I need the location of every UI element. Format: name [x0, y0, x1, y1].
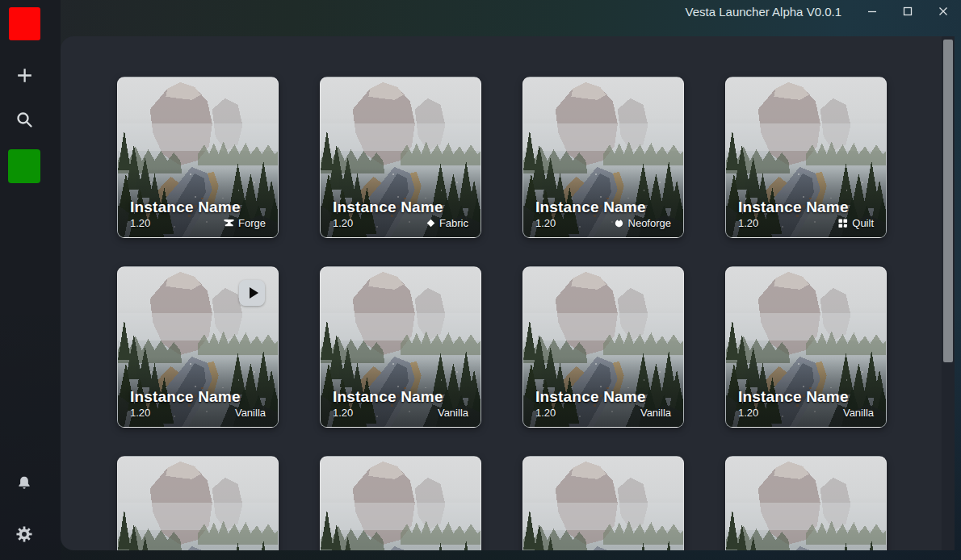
instance-card[interactable] — [320, 456, 481, 550]
close-button[interactable] — [925, 0, 961, 24]
instance-loader: Vanilla — [843, 407, 874, 419]
maximize-icon — [903, 5, 913, 19]
instance-loader: Forge — [224, 217, 266, 229]
instance-version: 1.20 — [738, 217, 758, 229]
minimize-button[interactable] — [854, 0, 890, 24]
instance-version: 1.20 — [130, 407, 150, 419]
instance-meta: Instance Name 1.20 Vanilla — [118, 388, 278, 427]
play-icon — [250, 287, 258, 299]
gear-icon — [15, 525, 33, 546]
instance-meta: Instance Name 1.20 Fabric — [321, 199, 480, 237]
minimize-icon — [867, 5, 877, 19]
instance-loader: Fabric — [426, 217, 468, 229]
settings-button[interactable] — [7, 519, 41, 553]
fabric-diamond-icon — [426, 219, 435, 228]
loader-label: Forge — [238, 217, 266, 229]
loader-label: Vanilla — [640, 407, 671, 419]
green-square-instance-button[interactable] — [8, 149, 40, 183]
instance-thumbnail — [118, 457, 278, 550]
window-title: Vesta Launcher Alpha V0.0.1 — [686, 0, 841, 24]
instance-card[interactable]: Instance Name 1.20 Vanilla — [117, 266, 279, 428]
titlebar: Vesta Launcher Alpha V0.0.1 — [61, 0, 961, 24]
instance-version: 1.20 — [535, 407, 556, 419]
window-controls — [854, 0, 961, 24]
maximize-button[interactable] — [890, 0, 925, 24]
sidebar-rail — [0, 0, 61, 560]
loader-label: Fabric — [439, 217, 468, 229]
loader-label: Neoforge — [628, 217, 671, 229]
instance-card[interactable]: Instance Name 1.20 Vanilla — [522, 266, 684, 428]
instances-panel: Instance Name 1.20 Forge Instance Name — [61, 36, 955, 550]
instance-card[interactable]: Instance Name 1.20 Vanilla — [320, 266, 481, 428]
instance-meta: Instance Name 1.20 Vanilla — [726, 388, 886, 427]
forge-anvil-icon — [224, 219, 234, 228]
plus-icon — [15, 65, 35, 89]
instance-card[interactable] — [522, 456, 684, 550]
search-button[interactable] — [7, 104, 41, 138]
instance-loader: Vanilla — [640, 407, 671, 419]
instance-loader: Neoforge — [614, 217, 671, 229]
instance-name: Instance Name — [738, 199, 874, 216]
instance-name: Instance Name — [333, 388, 468, 406]
close-icon — [938, 5, 948, 19]
instance-card[interactable]: Instance Name 1.20 Vanilla — [725, 266, 887, 428]
instance-version: 1.20 — [333, 217, 353, 229]
instance-meta: Instance Name 1.20 Neoforge — [523, 199, 683, 237]
scrollbar-thumb[interactable] — [943, 40, 953, 362]
instance-name: Instance Name — [333, 199, 468, 216]
loader-label: Vanilla — [438, 407, 468, 419]
loader-label: Quilt — [852, 217, 874, 229]
instance-version: 1.20 — [535, 217, 556, 229]
app-logo-red-square — [9, 7, 40, 40]
instance-grid: Instance Name 1.20 Forge Instance Name — [117, 77, 887, 550]
add-instance-button[interactable] — [7, 60, 41, 94]
instance-name: Instance Name — [130, 388, 266, 406]
instance-meta: Instance Name 1.20 Vanilla — [321, 388, 480, 427]
instance-name: Instance Name — [738, 388, 874, 406]
instance-card[interactable]: Instance Name 1.20 Forge — [117, 77, 279, 238]
instance-thumbnail — [523, 457, 683, 550]
instance-meta: Instance Name 1.20 Forge — [118, 199, 278, 237]
instance-loader: Vanilla — [438, 407, 468, 419]
instance-name: Instance Name — [535, 388, 671, 406]
play-button[interactable] — [239, 280, 265, 306]
instance-version: 1.20 — [333, 407, 353, 419]
quilt-grid-icon — [838, 219, 848, 228]
loader-label: Vanilla — [235, 407, 266, 419]
instance-card[interactable] — [117, 456, 279, 550]
instance-version: 1.20 — [738, 407, 758, 419]
search-icon — [15, 110, 34, 132]
instance-loader: Vanilla — [235, 407, 266, 419]
instance-meta: Instance Name 1.20 Vanilla — [523, 388, 683, 427]
instance-card[interactable]: Instance Name 1.20 Neoforge — [522, 77, 684, 238]
instance-name: Instance Name — [130, 199, 266, 216]
scrollbar-track[interactable] — [942, 36, 955, 550]
instance-card[interactable]: Instance Name 1.20 Fabric — [320, 77, 481, 238]
instance-thumbnail — [726, 457, 886, 550]
notifications-button[interactable] — [7, 468, 41, 502]
instance-loader: Quilt — [838, 217, 874, 229]
instance-version: 1.20 — [130, 217, 150, 229]
neoforge-fox-icon — [614, 219, 624, 228]
loader-label: Vanilla — [843, 407, 874, 419]
instance-name: Instance Name — [535, 199, 671, 216]
instance-card[interactable] — [725, 456, 887, 550]
bell-icon — [15, 474, 33, 495]
instance-card[interactable]: Instance Name 1.20 Quilt — [725, 77, 887, 238]
instance-meta: Instance Name 1.20 Quilt — [726, 199, 886, 237]
instance-thumbnail — [321, 457, 480, 550]
